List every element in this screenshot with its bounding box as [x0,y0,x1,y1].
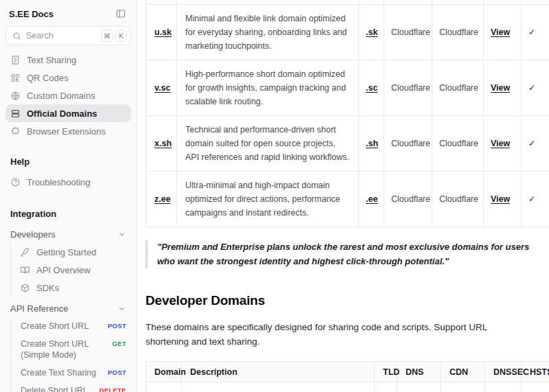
sidebar-item-sdks[interactable]: SDKs [15,279,131,297]
sidebar-item-label: Getting Started [36,247,96,257]
table-row: ba.sh The easiest way to share bash scri… [146,382,549,392]
sidebar-nav: Text Sharing QR Codes Custom Domains Off… [5,51,131,140]
dns-value: Cloudflare [384,172,432,227]
domain-description: Minimal and flexible link domain optimiz… [177,5,359,60]
sidebar-collapse-button[interactable] [114,7,128,21]
dnssec-view-link[interactable]: View [491,194,510,204]
developer-domains-intro: These domains are specifically designed … [145,320,531,349]
search-input[interactable]: Search ⌘ K [5,26,131,45]
col-header-description: Description [182,362,375,382]
col-header-domain: Domain [146,362,182,382]
search-placeholder: Search [26,31,96,41]
dns-value: Cloudflare [384,5,432,60]
premium-plans-quote: "Premium and Enterprise plans unlock the… [145,240,539,268]
domain-description: Ultra-minimal and high-impact domain opt… [177,172,359,227]
sidebar-item-create-text-sharing[interactable]: Create Text Sharing POST [15,364,131,382]
dns-value: Cloudflare [384,116,432,172]
group-developers[interactable]: Developers [5,225,131,243]
server-icon [10,108,21,119]
api-endpoint-label: Create Short URL [21,321,102,332]
rocket-icon [20,247,30,257]
sidebar: S.EE Docs Search ⌘ K Text Sharing QR Cod… [0,0,137,392]
sidebar-item-label: Text Sharing [27,55,76,65]
developers-children: Getting Started API Overview SDKs [10,243,131,297]
hsts-check: ✓ [522,60,549,116]
help-section-header: Help [5,157,131,167]
dns-value: Cloudflare [384,60,432,116]
sidebar-item-qr-codes[interactable]: QR Codes [5,69,131,87]
method-badge: POST [108,369,126,376]
hsts-check: ✓ [522,172,549,227]
group-api-reference[interactable]: API Reference [5,299,131,317]
integration-section-header: Integration [5,209,131,219]
api-reference-children: Create Short URL POST Create Short URL (… [10,317,131,392]
dnssec-view-link[interactable]: View [491,139,510,148]
dnssec-view-link[interactable]: View [491,27,510,37]
sidebar-item-getting-started[interactable]: Getting Started [15,243,131,261]
col-header-cdn: CDN [441,362,485,382]
sidebar-item-label: Browser Extensions [27,126,106,137]
domain-link[interactable]: u.sk [154,27,172,37]
book-open-icon [20,265,30,275]
sidebar-item-create-short-url-simple[interactable]: Create Short URL (Simple Mode) GET [15,335,131,364]
domain-link[interactable]: x.sh [154,139,172,148]
col-header-dnssec: DNSSEC [485,362,522,382]
developer-domains-heading: Developer Domains [145,293,549,308]
developer-domains-table: Domain Description TLD DNS CDN DNSSEC HS… [145,361,549,392]
tld-link[interactable]: .sc [366,83,377,93]
panel-left-icon [115,8,126,19]
group-label: Developers [10,229,56,240]
dnssec-view-link[interactable]: View [491,83,510,93]
cdn-value: Cloudflare [432,116,484,172]
sidebar-item-label: SDKs [36,283,59,293]
api-endpoint-label: Create Short URL (Simple Mode) [21,338,107,360]
group-label: API Reference [10,303,69,314]
col-header-tld: TLD [375,362,397,382]
sidebar-item-browser-extensions[interactable]: Browser Extensions [5,122,131,140]
cmd-key: ⌘ [101,30,113,42]
dns-value: Cloudflare [397,382,441,392]
globe-icon [10,91,21,101]
k-key: K [115,30,127,42]
sidebar-item-api-overview[interactable]: API Overview [15,261,131,279]
search-icon [12,32,21,41]
search-shortcut: ⌘ K [101,30,127,42]
tld-link[interactable]: .sk [366,27,377,37]
official-domains-table: u.sk Minimal and flexible link domain op… [145,0,549,227]
sidebar-item-label: Custom Domains [27,91,95,101]
api-endpoint-label: Create Text Sharing [21,367,102,378]
method-badge: POST [108,322,126,330]
domain-link[interactable]: z.ee [154,194,171,204]
sidebar-item-create-short-url[interactable]: Create Short URL POST [15,317,131,335]
cdn-value: Cloudflare [441,382,485,392]
chevron-down-icon [117,230,126,239]
cdn-value: Cloudflare [432,60,484,116]
table-row: u.sk Minimal and flexible link domain op… [146,5,549,60]
tld-link[interactable]: .sh [366,139,378,148]
sidebar-item-custom-domains[interactable]: Custom Domains [5,87,131,104]
sidebar-item-label: Troubleshooting [27,177,91,187]
qr-code-icon [10,73,21,83]
tld-link[interactable]: .ee [366,194,377,204]
table-row: z.ee Ultra-minimal and high-impact domai… [146,172,549,227]
table-row: x.sh Technical and performance-driven sh… [146,116,549,172]
sidebar-item-troubleshooting[interactable]: Troubleshooting [5,173,131,191]
domain-description: High-performance short domain optimized … [177,60,359,116]
app-title: S.EE Docs [9,9,54,19]
puzzle-icon [10,126,21,137]
sidebar-item-official-domains[interactable]: Official Domains [5,104,131,122]
method-badge: DELETE [100,387,126,392]
sidebar-item-label: Official Domains [27,108,97,119]
sidebar-header: S.EE Docs [5,5,131,26]
domain-description: Technical and performance-driven short d… [177,116,359,172]
file-text-icon [10,55,21,65]
table-header-row: Domain Description TLD DNS CDN DNSSEC HS… [146,362,549,382]
main-content: u.sk Minimal and flexible link domain op… [137,0,549,392]
sidebar-item-text-sharing[interactable]: Text Sharing [5,51,131,69]
domain-link[interactable]: v.sc [154,83,170,93]
hsts-check: ✓ [522,5,549,60]
method-badge: GET [113,340,126,347]
sidebar-item-label: QR Codes [27,73,69,83]
cdn-value: Cloudflare [432,172,484,227]
sidebar-item-delete-short-url[interactable]: Delete Short URL DELETE [15,382,131,392]
